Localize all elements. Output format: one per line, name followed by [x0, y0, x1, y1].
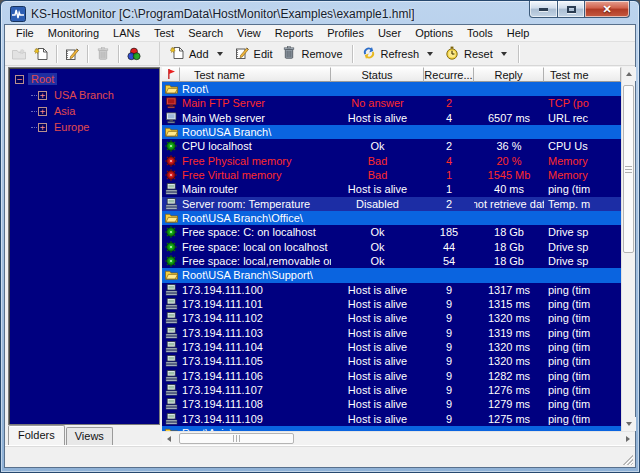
group-row[interactable]: Root\ — [162, 82, 621, 96]
cell-recurrences: 2 — [424, 96, 474, 110]
scroll-down-button[interactable] — [622, 417, 636, 431]
table-row[interactable]: 173.194.111.105Host is alive91320 msping… — [162, 354, 621, 368]
edit-button[interactable]: Edit — [230, 44, 278, 64]
priority-column-header[interactable] — [162, 67, 180, 82]
title-bar[interactable]: KS-HostMonitor [C:\ProgramData\HostMonit… — [4, 1, 636, 24]
reset-dropdown[interactable] — [498, 44, 510, 64]
table-row[interactable]: 173.194.111.108Host is alive91279 msping… — [162, 397, 621, 411]
tree-item-europe[interactable]: +Europe — [11, 119, 157, 135]
cell-test-method: Memory — [544, 168, 621, 182]
cell-status: No answer — [331, 96, 424, 110]
table-row[interactable]: Free Virtual memoryBad11545 MbMemory — [162, 168, 621, 182]
tree-item-root[interactable]: −Root — [11, 71, 157, 87]
table-row[interactable]: 173.194.111.103Host is alive91319 msping… — [162, 326, 621, 340]
folder-icon — [165, 269, 178, 281]
menu-item-help[interactable]: Help — [500, 26, 537, 40]
table-row[interactable]: Free space: C: on localhostOk18518 GbDri… — [162, 225, 621, 239]
table-row[interactable]: Server room: TemperatureDisabled2Cannot … — [162, 197, 621, 211]
menu-item-view[interactable]: View — [230, 26, 268, 40]
group-row[interactable]: Root\USA Branch\Support\ — [162, 268, 621, 282]
add-dropdown[interactable] — [214, 44, 226, 64]
group-path: Root\ — [180, 82, 621, 96]
host-icon — [165, 298, 178, 310]
maximize-button[interactable] — [558, 1, 585, 18]
cell-test-method: ping (tim — [544, 397, 621, 411]
close-button[interactable]: ✕ — [585, 1, 630, 18]
cell-test-name: Free space: local on localhost — [180, 240, 331, 254]
menu-item-reports[interactable]: Reports — [268, 26, 321, 40]
tree-expand-toggle[interactable]: + — [38, 123, 47, 132]
scroll-left-button[interactable] — [162, 432, 176, 446]
color-palette-icon[interactable] — [123, 44, 145, 64]
table-row[interactable]: Main Web serverHost is alive46507 msURL … — [162, 111, 621, 125]
delete-item-icon[interactable] — [92, 44, 114, 64]
menu-item-user[interactable]: User — [371, 26, 408, 40]
remove-button[interactable]: Remove — [278, 44, 348, 64]
tree-expand-toggle[interactable]: + — [38, 91, 47, 100]
tree-expand-toggle[interactable]: − — [15, 75, 24, 84]
resize-grip[interactable] — [621, 453, 633, 465]
cell-test-method: ping (tim — [544, 283, 621, 297]
menu-item-profiles[interactable]: Profiles — [320, 26, 371, 40]
minimize-button[interactable] — [529, 1, 558, 18]
table-header: Test nameStatusRecurre...ReplyTest me — [162, 67, 621, 82]
table-row[interactable]: Main routerHost is alive140 msping (tim — [162, 182, 621, 196]
group-row[interactable]: Root\USA Branch\ — [162, 125, 621, 139]
table-row[interactable]: 173.194.111.107Host is alive91276 msping… — [162, 383, 621, 397]
column-header-0[interactable]: Test name — [180, 67, 331, 82]
cell-status: Host is alive — [331, 412, 424, 426]
scroll-up-button[interactable] — [622, 67, 636, 81]
vertical-scroll-thumb[interactable] — [623, 85, 634, 253]
vertical-scrollbar[interactable] — [621, 67, 635, 431]
tree-item-asia[interactable]: +Asia — [11, 103, 157, 119]
new-folder-icon[interactable] — [8, 44, 30, 64]
horizontal-scroll-thumb[interactable] — [179, 433, 294, 444]
reset-button[interactable]: Reset — [440, 44, 498, 64]
scroll-right-button[interactable] — [621, 432, 635, 446]
refresh-dropdown[interactable] — [424, 44, 436, 64]
refresh-button[interactable]: Refresh — [357, 44, 425, 64]
cell-test-name: 173.194.111.101 — [180, 297, 331, 311]
cell-reply: 18 Gb — [474, 254, 544, 268]
group-row[interactable]: Root\USA Branch\Office\ — [162, 211, 621, 225]
table-row[interactable]: Free space: local,removable on loc...Ok5… — [162, 254, 621, 268]
table-row[interactable]: 173.194.111.106Host is alive91282 msping… — [162, 369, 621, 383]
table-row[interactable]: Free space: local on localhostOk4418 GbD… — [162, 240, 621, 254]
menu-item-test[interactable]: Test — [147, 26, 181, 40]
table-row[interactable]: Free Physical memoryBad420 %Memory — [162, 154, 621, 168]
add-button[interactable]: Add — [165, 44, 214, 64]
table-row[interactable]: 173.194.111.109Host is alive91275 msping… — [162, 412, 621, 426]
column-header-4[interactable]: Test me — [544, 67, 621, 82]
column-header-2[interactable]: Recurre... — [424, 67, 474, 82]
gauge-green-icon — [165, 241, 178, 253]
column-header-1[interactable]: Status — [331, 67, 424, 82]
refresh-label: Refresh — [381, 48, 420, 60]
cell-reply: 1320 ms — [474, 311, 544, 325]
table-row[interactable]: 173.194.111.102Host is alive91320 msping… — [162, 311, 621, 325]
cell-test-method: Drive sp — [544, 240, 621, 254]
edit-item-icon[interactable] — [61, 44, 83, 64]
menu-item-lans[interactable]: LANs — [106, 26, 147, 40]
horizontal-scrollbar[interactable] — [162, 431, 635, 445]
table-row[interactable]: 173.194.111.104Host is alive91320 msping… — [162, 340, 621, 354]
menu-item-monitoring[interactable]: Monitoring — [41, 26, 106, 40]
menu-item-file[interactable]: File — [9, 26, 41, 40]
cell-status: Host is alive — [331, 111, 424, 125]
menu-item-search[interactable]: Search — [181, 26, 230, 40]
table-row[interactable]: 173.194.111.101Host is alive91315 msping… — [162, 297, 621, 311]
menu-item-options[interactable]: Options — [408, 26, 460, 40]
new-document-icon[interactable] — [30, 44, 52, 64]
menu-item-tools[interactable]: Tools — [460, 26, 500, 40]
table-row[interactable]: Main FTP ServerNo answer2TCP (po — [162, 96, 621, 110]
tree-expand-toggle[interactable]: + — [38, 107, 47, 116]
cell-recurrences: 2 — [424, 139, 474, 153]
column-header-3[interactable]: Reply — [474, 67, 544, 82]
tree-item-usa-branch[interactable]: +USA Branch — [11, 87, 157, 103]
tab-views[interactable]: Views — [66, 427, 113, 445]
table-row[interactable]: 173.194.111.100Host is alive91317 msping… — [162, 283, 621, 297]
tab-folders[interactable]: Folders — [8, 425, 65, 445]
cell-reply: 1545 Mb — [474, 168, 544, 182]
app-frame: FileMonitoringLANsTestSearchViewReportsP… — [4, 24, 636, 468]
table-row[interactable]: CPU localhostOk236 %CPU Us — [162, 139, 621, 153]
tree-item-label: Asia — [51, 105, 78, 117]
